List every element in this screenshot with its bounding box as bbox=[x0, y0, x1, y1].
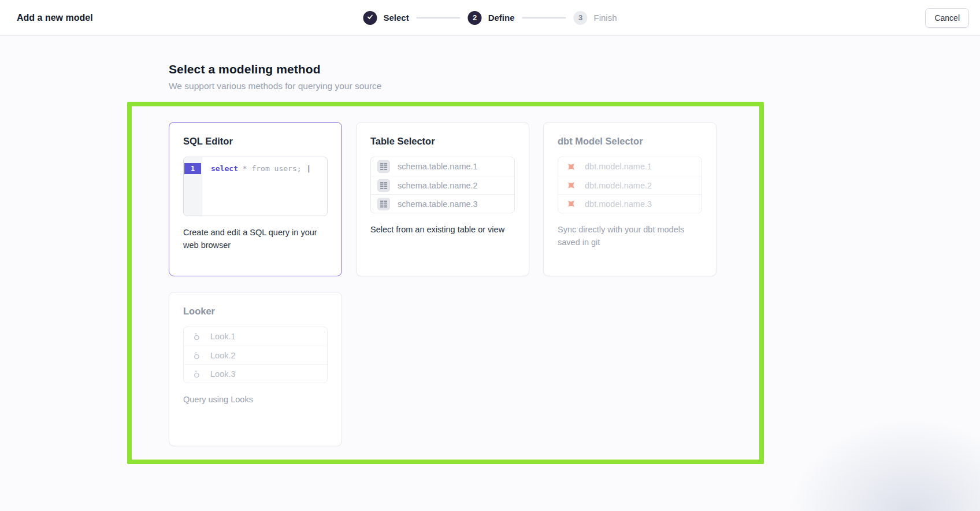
list-item: Look.3 bbox=[184, 364, 327, 383]
card-dbt-title: dbt Model Selector bbox=[558, 136, 702, 147]
list-item-label: Look.1 bbox=[210, 332, 236, 341]
text-cursor: | bbox=[306, 164, 311, 173]
card-sql-editor-title: SQL Editor bbox=[183, 136, 328, 147]
wizard-stepper: Select 2 Define 3 Finish bbox=[363, 11, 617, 25]
list-item-label: Look.2 bbox=[210, 351, 236, 360]
sql-code-line: select * from users; | bbox=[202, 157, 311, 216]
list-item: schema.table.name.2 bbox=[371, 176, 514, 194]
table-icon bbox=[377, 179, 390, 192]
cancel-button[interactable]: Cancel bbox=[925, 8, 969, 28]
stepper-connector bbox=[522, 17, 566, 18]
sql-editor-preview: 1 select * from users; | bbox=[183, 157, 328, 216]
method-cards-grid: SQL Editor 1 select * from users; | Crea… bbox=[169, 122, 717, 446]
table-icon bbox=[377, 198, 390, 210]
page-title: Add a new model bbox=[17, 13, 93, 23]
sql-code-rest: * from users; bbox=[238, 164, 306, 173]
card-sql-editor[interactable]: SQL Editor 1 select * from users; | Crea… bbox=[169, 122, 342, 276]
list-item-label: schema.table.name.2 bbox=[398, 181, 478, 190]
card-looker[interactable]: Looker Look.1 bbox=[169, 292, 342, 446]
sql-editor-gutter: 1 bbox=[184, 157, 202, 216]
dbt-logo-icon bbox=[565, 160, 577, 173]
list-item-label: Look.3 bbox=[210, 369, 236, 379]
card-dbt-model-selector[interactable]: dbt Model Selector dbt.model.name.1 bbox=[543, 122, 717, 276]
card-table-selector-title: Table Selector bbox=[370, 136, 515, 147]
card-table-selector-description: Select from an existing table or view bbox=[370, 223, 515, 236]
table-list-preview: schema.table.name.1 bbox=[370, 157, 515, 213]
list-item: dbt.model.name.3 bbox=[558, 194, 701, 213]
looker-logo-icon bbox=[190, 330, 203, 343]
looker-list-preview: Look.1 Look.2 bbox=[183, 327, 328, 383]
highlight-region: SQL Editor 1 select * from users; | Crea… bbox=[127, 102, 764, 464]
card-table-selector[interactable]: Table Selector bbox=[356, 122, 529, 276]
step-select[interactable]: Select bbox=[363, 11, 409, 25]
looker-logo-icon bbox=[190, 368, 203, 380]
step-finish-label: Finish bbox=[594, 13, 617, 23]
dbt-logo-icon bbox=[565, 198, 577, 210]
list-item: schema.table.name.1 bbox=[371, 157, 514, 176]
list-item: schema.table.name.3 bbox=[371, 194, 514, 213]
top-bar: Add a new model Select 2 Define 3 Finish… bbox=[0, 0, 980, 36]
list-item-label: dbt.model.name.1 bbox=[585, 162, 652, 171]
step-finish-circle: 3 bbox=[574, 11, 588, 25]
main-content: Select a modeling method We support vari… bbox=[0, 36, 980, 464]
step-select-label: Select bbox=[383, 13, 409, 23]
list-item-label: dbt.model.name.3 bbox=[585, 199, 652, 209]
dbt-logo-icon bbox=[565, 179, 577, 192]
sql-keyword: select bbox=[211, 164, 238, 173]
section-subheading: We support various methods for querying … bbox=[169, 81, 980, 91]
step-define[interactable]: 2 Define bbox=[468, 11, 515, 25]
check-icon bbox=[366, 13, 373, 22]
list-item-label: schema.table.name.3 bbox=[398, 199, 478, 209]
section-heading: Select a modeling method bbox=[169, 62, 980, 76]
list-item: dbt.model.name.1 bbox=[558, 157, 701, 176]
step-define-circle: 2 bbox=[468, 11, 482, 25]
list-item: Look.1 bbox=[184, 327, 327, 346]
sql-line-number: 1 bbox=[184, 163, 201, 174]
card-looker-title: Looker bbox=[183, 306, 328, 317]
card-sql-editor-description: Create and edit a SQL query in your web … bbox=[183, 226, 328, 251]
dbt-list-preview: dbt.model.name.1 dbt.model.name.2 bbox=[558, 157, 702, 213]
list-item-label: dbt.model.name.2 bbox=[585, 181, 652, 190]
step-select-circle bbox=[363, 11, 377, 25]
stepper-connector bbox=[417, 17, 461, 18]
list-item: Look.2 bbox=[184, 346, 327, 364]
table-icon bbox=[377, 160, 390, 173]
list-item: dbt.model.name.2 bbox=[558, 176, 701, 194]
list-item-label: schema.table.name.1 bbox=[398, 162, 478, 171]
card-looker-description: Query using Looks bbox=[183, 393, 328, 406]
card-dbt-description: Sync directly with your dbt models saved… bbox=[558, 223, 702, 249]
step-define-label: Define bbox=[488, 13, 515, 23]
looker-logo-icon bbox=[190, 349, 203, 362]
step-finish[interactable]: 3 Finish bbox=[574, 11, 617, 25]
